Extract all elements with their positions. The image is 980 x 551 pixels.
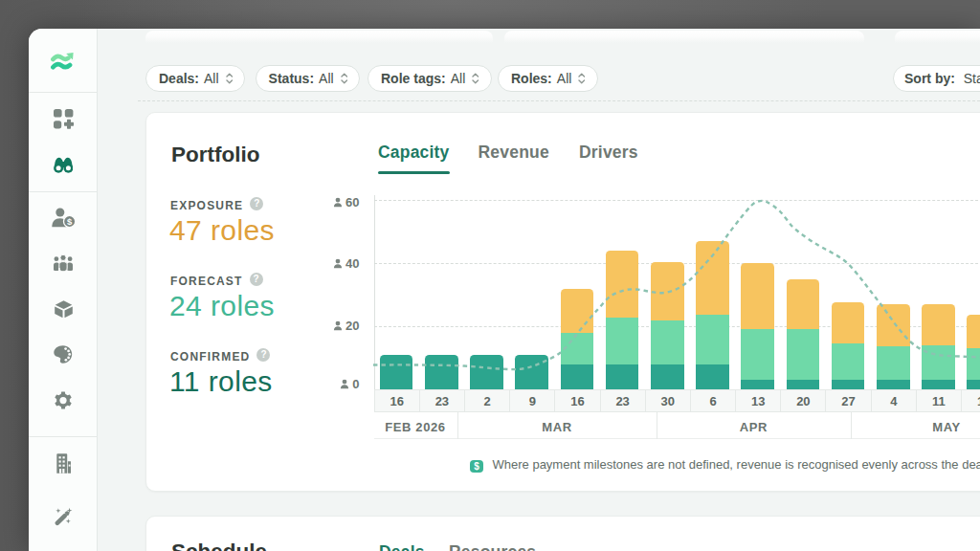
- svg-text:$: $: [66, 216, 72, 227]
